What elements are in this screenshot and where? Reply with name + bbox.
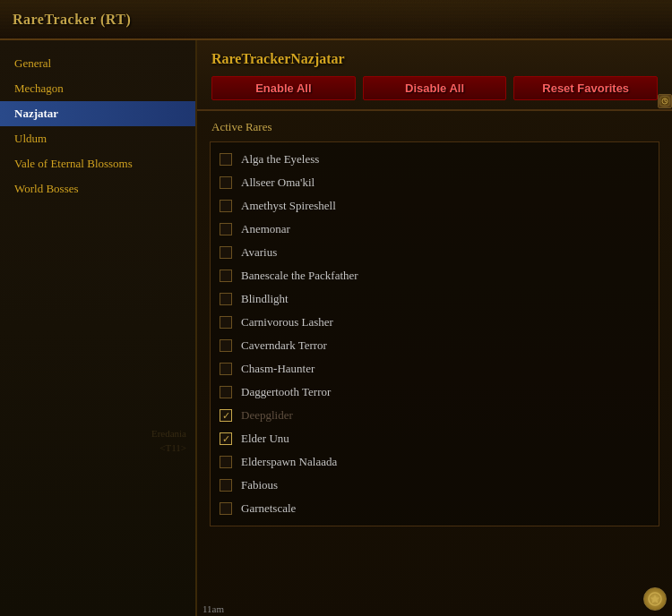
sidebar-item-mechagon[interactable]: Mechagon — [0, 76, 195, 101]
sidebar-watermark: Eredania <T11> — [151, 427, 186, 455]
main-layout: GeneralMechagonNazjatarUldumVale of Eter… — [0, 40, 672, 616]
rare-item: Caverndark Terror — [211, 334, 659, 357]
rare-checkbox-3[interactable] — [220, 223, 232, 235]
title-bar: RareTracker (RT) — [0, 0, 672, 40]
scroll-area[interactable]: Active Rares Alga the EyelessAllseer Oma… — [197, 111, 672, 602]
content-title: RareTrackerNazjatar — [211, 51, 658, 67]
rare-name-3: Anemonar — [241, 222, 290, 236]
rare-checkbox-5[interactable] — [220, 270, 232, 282]
rare-item: Daggertooth Terror — [211, 381, 659, 404]
enable-all-button[interactable]: Enable All — [211, 76, 356, 100]
disable-all-button[interactable]: Disable All — [363, 76, 507, 100]
rare-name-4: Avarius — [241, 245, 277, 260]
rare-name-8: Caverndark Terror — [241, 338, 327, 353]
rare-item: Anemonar — [211, 218, 659, 241]
rare-name-13: Elderspawn Nalaada — [241, 455, 337, 469]
rare-item: Deepglider — [211, 404, 659, 427]
sidebar: GeneralMechagonNazjatarUldumVale of Eter… — [0, 40, 197, 616]
rare-checkbox-1[interactable] — [220, 176, 232, 189]
sidebar-item-uldum[interactable]: Uldum — [0, 126, 195, 151]
rare-checkbox-13[interactable] — [220, 456, 232, 468]
sidebar-item-general[interactable]: General — [0, 51, 195, 76]
content-header: RareTrackerNazjatar Enable All Disable A… — [197, 40, 672, 111]
rare-name-7: Carnivorous Lasher — [241, 315, 333, 329]
reset-favorites-button[interactable]: Reset Favorites — [513, 76, 658, 100]
bottom-corner-icon[interactable] — [643, 587, 667, 611]
rare-item: Chasm-Haunter — [211, 357, 659, 381]
rare-checkbox-15[interactable] — [220, 502, 232, 515]
rare-item: Blindlight — [211, 287, 659, 311]
rare-item: Alga the Eyeless — [211, 148, 659, 171]
rare-name-11: Deepglider — [241, 408, 293, 423]
time-label: 11am — [202, 603, 224, 614]
content-area: RareTrackerNazjatar Enable All Disable A… — [197, 40, 672, 616]
rare-name-12: Elder Unu — [241, 432, 289, 446]
svg-marker-5 — [650, 595, 660, 603]
rare-item: Elder Unu — [211, 427, 659, 450]
sidebar-item-nazjatar[interactable]: Nazjatar — [0, 101, 195, 126]
rare-name-14: Fabious — [241, 478, 278, 492]
active-rares-label: Active Rares — [210, 120, 659, 134]
rares-panel: Alga the EyelessAllseer Oma'kilAmethyst … — [210, 141, 659, 526]
rare-item: Avarius — [211, 241, 659, 264]
rare-item: Elderspawn Nalaada — [211, 450, 659, 474]
rare-checkbox-12[interactable] — [220, 432, 232, 445]
rare-item: Carnivorous Lasher — [211, 311, 659, 334]
rare-checkbox-9[interactable] — [220, 363, 232, 375]
rare-checkbox-6[interactable] — [220, 293, 232, 305]
rare-name-15: Garnetscale — [241, 501, 296, 516]
sidebar-item-vale-of-eternal-blossoms[interactable]: Vale of Eternal Blossoms — [0, 151, 195, 176]
rare-item: Allseer Oma'kil — [211, 171, 659, 194]
rare-name-1: Allseer Oma'kil — [241, 175, 314, 190]
rare-item: Amethyst Spireshell — [211, 194, 659, 218]
rare-checkbox-8[interactable] — [220, 339, 232, 352]
sidebar-item-world-bosses[interactable]: World Bosses — [0, 176, 195, 201]
scroll-top-icon[interactable] — [658, 94, 672, 108]
rare-name-2: Amethyst Spireshell — [241, 199, 336, 213]
rare-checkbox-10[interactable] — [220, 386, 232, 398]
rare-checkbox-14[interactable] — [220, 479, 232, 492]
rare-item: Fabious — [211, 474, 659, 497]
rare-checkbox-2[interactable] — [220, 200, 232, 212]
rare-name-6: Blindlight — [241, 292, 289, 306]
rare-name-9: Chasm-Haunter — [241, 362, 314, 376]
rare-checkbox-0[interactable] — [220, 153, 232, 166]
rare-item: Banescale the Packfather — [211, 264, 659, 287]
rare-checkbox-4[interactable] — [220, 246, 232, 259]
rare-name-0: Alga the Eyeless — [241, 152, 319, 167]
rare-name-10: Daggertooth Terror — [241, 385, 331, 399]
rare-name-5: Banescale the Packfather — [241, 269, 358, 283]
rare-checkbox-11[interactable] — [220, 409, 232, 422]
rare-checkbox-7[interactable] — [220, 316, 232, 329]
app-title: RareTracker (RT) — [13, 12, 131, 28]
button-row: Enable All Disable All Reset Favorites — [211, 76, 658, 100]
rare-item: Garnetscale — [211, 497, 659, 520]
